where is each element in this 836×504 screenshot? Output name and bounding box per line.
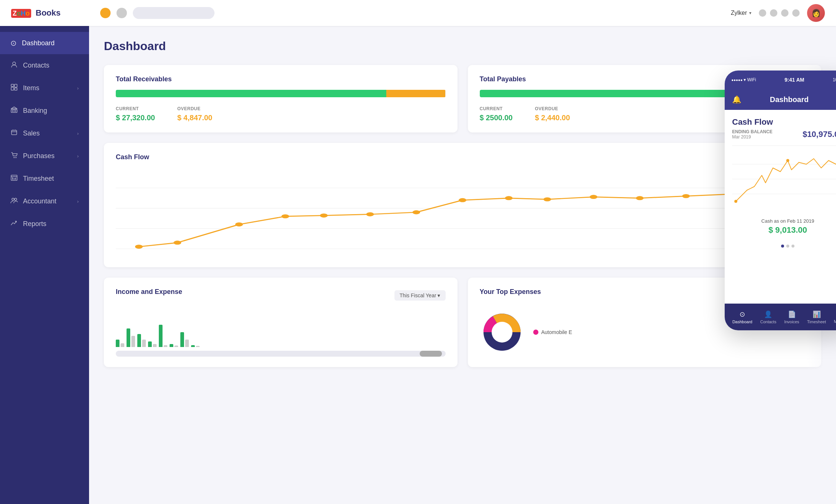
fiscal-year-filter[interactable]: This Fiscal Year ▾ — [394, 290, 446, 301]
window-button-gray[interactable] — [117, 8, 127, 18]
svg-point-0 — [13, 62, 16, 65]
mobile-nav-dashboard-icon: ⊙ — [740, 310, 745, 318]
svg-point-31 — [544, 197, 551, 202]
sidebar-item-timesheet[interactable]: Timesheet — [0, 167, 89, 190]
svg-point-27 — [366, 212, 374, 216]
mobile-dot-3[interactable] — [791, 245, 794, 248]
mobile-balance-label: ENDING BALANCE — [732, 129, 773, 134]
receivables-amounts: CURRENT $ 27,320.00 OVERDUE $ 4,847.00 — [116, 106, 446, 122]
purchases-arrow: › — [77, 153, 79, 159]
mobile-header: 🔔 Dashboard ↻ — [725, 89, 836, 110]
items-arrow: › — [77, 85, 79, 91]
books-logo-text: Books — [36, 8, 60, 18]
mobile-nav-invoices-icon: 📄 — [788, 310, 796, 318]
svg-rect-2 — [14, 84, 17, 87]
mobile-nav-invoices-label: Invoices — [784, 320, 799, 324]
receivables-bar-yellow — [386, 90, 446, 97]
legend-automobile: Automobile E — [533, 329, 572, 335]
mobile-battery: 100% — [833, 77, 836, 82]
svg-rect-8 — [15, 110, 16, 112]
mobile-nav-more-label: More — [834, 319, 836, 324]
sidebar-item-items[interactable]: Items › — [0, 77, 89, 99]
receivables-current-value: $ 27,320.00 — [116, 114, 155, 122]
sidebar-item-contacts[interactable]: Contacts — [0, 54, 89, 77]
payables-current-label: CURRENT — [480, 106, 513, 111]
svg-point-25 — [281, 214, 289, 218]
mobile-bottom-nav: ⊙ Dashboard 👤 Contacts 📄 Invoices 📊 Time… — [725, 304, 836, 330]
svg-rect-14 — [14, 178, 14, 180]
svg-point-29 — [459, 198, 466, 202]
mobile-nav-dashboard[interactable]: ⊙ Dashboard — [732, 310, 753, 324]
receivables-overdue-label: OVERDUE — [177, 106, 213, 111]
purchases-icon — [10, 151, 18, 161]
receivables-bar-green — [116, 90, 386, 97]
mobile-dot-2[interactable] — [786, 245, 789, 248]
sidebar-item-label-purchases: Purchases — [23, 152, 55, 160]
svg-point-32 — [590, 195, 597, 199]
top-dot-1[interactable] — [759, 9, 766, 17]
cash-flow-card: Cash Flow — [104, 143, 821, 267]
mobile-nav-dashboard-label: Dashboard — [732, 320, 753, 324]
items-icon — [10, 84, 18, 93]
mobile-signal: ●●●●● ▾ WiFi — [731, 77, 756, 82]
sidebar-item-label-dashboard: Dashboard — [22, 39, 55, 47]
org-selector[interactable]: Zylker ▾ — [731, 10, 751, 16]
search-bar[interactable] — [133, 7, 214, 19]
payables-overdue-label: OVERDUE — [535, 106, 570, 111]
pie-chart-svg — [480, 310, 524, 354]
sidebar-item-purchases[interactable]: Purchases › — [0, 145, 89, 167]
payables-overdue-value: $ 2,440.00 — [535, 114, 570, 122]
sidebar-item-sales[interactable]: Sales › — [0, 122, 89, 145]
svg-point-24 — [235, 222, 243, 226]
bottom-cards-row: Income and Expense This Fiscal Year ▾ — [104, 278, 821, 367]
cash-flow-title: Cash Flow — [116, 153, 809, 161]
income-scroll-thumb[interactable] — [420, 351, 442, 357]
top-dot-4[interactable] — [792, 9, 800, 17]
mobile-dot-1[interactable] — [781, 245, 784, 248]
mobile-bell-icon[interactable]: 🔔 — [732, 95, 741, 104]
dashboard-icon: ⊙ — [10, 39, 17, 48]
sidebar: ⊙ Dashboard Contacts Items › Banking — [0, 26, 89, 504]
mobile-nav-more[interactable]: ··· More — [834, 310, 836, 324]
income-scroll-area[interactable] — [116, 351, 446, 357]
svg-rect-7 — [14, 110, 14, 112]
income-expense-header: Income and Expense This Fiscal Year ▾ — [116, 288, 446, 302]
mobile-section-title: Cash Flow — [732, 117, 836, 127]
accountant-arrow: › — [77, 199, 79, 204]
svg-point-10 — [14, 157, 15, 158]
mobile-nav-contacts-icon: 👤 — [764, 310, 772, 318]
payables-current: CURRENT $ 2500.00 — [480, 106, 513, 122]
accountant-icon — [10, 197, 18, 206]
svg-point-11 — [16, 157, 17, 158]
sidebar-item-reports[interactable]: Reports — [0, 213, 89, 235]
sidebar-item-dashboard[interactable]: ⊙ Dashboard — [0, 32, 89, 54]
sidebar-item-banking[interactable]: Banking — [0, 99, 89, 122]
svg-rect-3 — [14, 88, 17, 90]
top-dot-3[interactable] — [781, 9, 789, 17]
income-bars-chart — [116, 310, 446, 347]
top-bar: ZoHo Books Zylker ▾ 👩 — [0, 0, 836, 26]
page-title: Dashboard — [104, 39, 821, 53]
reports-icon — [10, 219, 18, 229]
window-button-yellow[interactable] — [100, 8, 111, 18]
svg-point-33 — [636, 196, 644, 200]
mobile-header-title: Dashboard — [770, 95, 809, 104]
mobile-mockup: ●●●●● ▾ WiFi 9:41 AM 100% 🔔 Dashboard ↻ … — [725, 71, 836, 330]
user-avatar[interactable]: 👩 — [807, 4, 825, 22]
svg-point-43 — [786, 159, 789, 162]
mobile-nav-contacts[interactable]: 👤 Contacts — [760, 310, 776, 324]
legend-dot-automobile — [533, 330, 538, 335]
timesheet-icon — [10, 174, 18, 183]
receivables-current-label: CURRENT — [116, 106, 155, 111]
mobile-balance-value: $10,975.00 — [803, 130, 836, 139]
mobile-nav-invoices[interactable]: 📄 Invoices — [784, 310, 799, 324]
svg-rect-1 — [11, 87, 14, 90]
top-dot-2[interactable] — [770, 9, 777, 17]
mobile-nav-timesheet[interactable]: 📊 Timesheet — [807, 310, 826, 324]
sidebar-item-accountant[interactable]: Accountant › — [0, 190, 89, 213]
income-expense-title: Income and Expense — [116, 288, 182, 296]
svg-point-26 — [320, 213, 328, 217]
mobile-body: Cash Flow ENDING BALANCE Mar 2019 $10,97… — [725, 110, 836, 212]
contacts-icon — [10, 61, 18, 70]
payables-bar-green — [480, 90, 744, 97]
